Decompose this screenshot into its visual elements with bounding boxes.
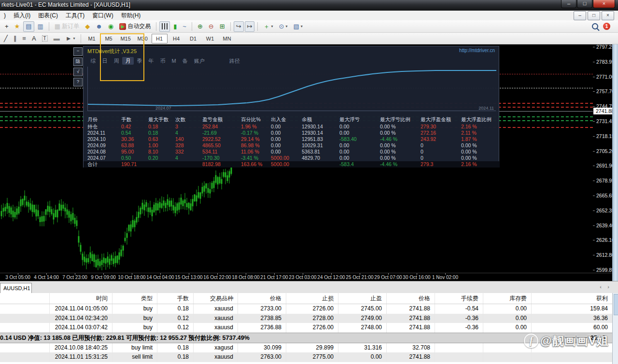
chart-tab-bar: AUUSD,H1 ‹ › [0,281,618,294]
menu-item[interactable]: 插入(I) [10,11,34,20]
watermark: f @靓画画V姐 [524,333,608,349]
line-tool-button[interactable]: ╱ [1,33,10,44]
pending-order-row[interactable]: 2024.11.01 15:31:25sell limit0.18xauusd2… [0,352,612,362]
candle-chart-button[interactable]: ▮ [171,21,179,32]
cursor-button[interactable]: ★ [12,21,23,32]
price-tick [593,255,595,255]
stats-header-row: 月份手数最大手数次数盈亏金额百分比%出入金余额最大浮亏最大浮亏比例最大浮盈金额最… [87,116,500,123]
channel-tool-button[interactable]: ∥ [11,33,19,44]
panel-tab-综[interactable]: 综 [87,57,99,65]
menu-item[interactable]: ) [0,11,10,20]
indicator-list-button[interactable]: ◆ [83,21,92,32]
menu-item[interactable]: 工具(T) [62,11,88,20]
channel-icon: ∥ [14,34,17,43]
panel-tab-路径[interactable]: 路径 [226,57,243,65]
time-axis[interactable]: 3 Oct 05:004 Oct 14:007 Oct 23:009 Oct 0… [0,273,612,281]
child-minimize-button[interactable]: – [574,11,586,20]
trade-table-header[interactable]: 时间类型手数交易品种价格止损止盈价格手续费库存费获利 [0,293,612,304]
child-restore-button[interactable]: □ [588,11,600,20]
panel-side-button-0[interactable]: − [73,47,83,56]
profiles-button[interactable]: ☻ [93,21,105,32]
minimize-button[interactable]: – [561,0,576,8]
shapes-tool-button[interactable]: ▬ [51,33,62,44]
trade-row[interactable]: 2024.11.04 03:07:42buy0.12xauusd2736.882… [0,323,612,333]
toolbar-separator [192,22,192,31]
template-icon: ▧ [293,22,299,31]
panel-side-button-2[interactable]: √ [73,68,83,76]
price-tick [593,225,595,226]
zoom-out-button[interactable]: ⊖ [206,21,216,32]
window-title: rkets-Live01 - EC Markets Limited - [XAU… [1,0,130,10]
price-axis[interactable]: 2797.252783.952771.002757.702744.752731.… [593,44,612,281]
signals-button[interactable]: ◉ [106,21,116,32]
panel-tab-M[interactable]: M [169,57,179,65]
tab-scroll-right-icon[interactable]: › [607,284,609,290]
pending-order-row[interactable]: 2024.10.08 18:40:25buy limit0.18xagusd30… [0,343,612,353]
stats-row: 2024.110.540.184-21.69-0.17 %0.0012930.1… [87,130,500,136]
panel-tab-备[interactable]: 备 [179,57,191,65]
zoom-in-button[interactable]: ⊕ [195,21,205,32]
trade-row[interactable]: 2024.11.04 01:05:00buy0.18xauusd2733.002… [0,304,612,314]
chart-area[interactable]: MTDriver统计 ,V3.25 http://mtdriver.cn 综日周… [0,44,593,273]
close-button[interactable]: × [593,0,615,8]
autotrading-button[interactable]: ▶自动交易 [117,21,153,32]
panel-tab-币[interactable]: 币 [157,57,169,65]
tab-scroll-left-icon[interactable]: ‹ [600,284,602,290]
terminal-scrollbar[interactable] [612,293,618,364]
indicators-button[interactable]: ＋▾ [261,21,275,32]
trade-row[interactable]: 2024.11.04 02:34:20buy0.12xauusd2738.852… [0,314,612,323]
timeframe-m1-button[interactable]: M1 [84,34,100,43]
timeframe-h1-button[interactable]: H1 [152,34,168,43]
crosshair-icon: + [5,22,9,31]
time-axis-label: 24 Oct 12:00 [317,275,345,280]
timeframe-d1-button[interactable]: D1 [185,34,201,43]
menu-item[interactable]: 帮助(H) [117,11,145,20]
price-tick [593,166,595,166]
tile-windows-icon: ⊞ [220,22,225,31]
auto-scroll-button[interactable]: ↪ [234,21,244,32]
panel-side-button-1[interactable]: 隐 [73,57,83,66]
timeframe-h4-button[interactable]: H4 [169,34,184,43]
periods-button[interactable]: ⊙▾ [276,21,290,32]
new-order-button-label: 新订单 [62,22,79,30]
navigator-button[interactable]: ▥ [35,21,46,32]
watermark-handle: @靓画画V姐 [540,333,608,349]
price-axis-label: 2691.90 [596,163,612,168]
child-close-button[interactable]: × [602,11,614,20]
panel-url[interactable]: http://mtdriver.cn [459,48,495,53]
zoom-out-icon: ⊖ [209,22,214,31]
chart-tab-xauusd-h1[interactable]: AUUSD,H1 [0,283,32,293]
templates-button[interactable]: ▧▾ [291,21,305,32]
line-chart-button[interactable]: ~ [180,21,189,32]
market-watch-button[interactable]: ▤ [23,21,34,32]
arrows-tool-button[interactable]: ►▾ [63,33,78,44]
price-axis-label: 2599.85 [596,267,612,273]
tile-windows-button[interactable]: ⊞ [217,21,227,32]
current-price-box: 2741.88 [593,108,612,114]
timeframe-w1-button[interactable]: W1 [202,34,218,43]
mtdriver-panel[interactable]: MTDriver统计 ,V3.25 http://mtdriver.cn 综日周… [83,46,499,168]
price-axis-label: 2731.45 [596,118,612,124]
chart-shift-button[interactable]: ↦ [245,21,255,32]
navigator-icon: ▥ [38,22,43,31]
toolbar-separator [257,22,258,31]
panel-side-button-3[interactable]: ? [73,78,83,86]
panel-tab-年[interactable]: 年 [145,57,157,65]
menu-item[interactable]: 图表(C) [34,11,62,20]
maximize-button[interactable]: □ [577,0,592,8]
time-axis-label: 7 Oct 23:00 [62,275,87,280]
notification-badge[interactable]: 1 [603,23,610,30]
scrollbar-thumb[interactable] [614,294,618,315]
new-order-button[interactable]: ▦新订单 [52,21,82,32]
crosshair-button[interactable]: + [2,21,11,32]
fibonacci-tool-button[interactable]: ≡ [20,33,28,44]
panel-tab-账户[interactable]: 账户 [191,57,208,65]
account-status-text: 0.14 USD 净值: 13 185.08 已用预付款: 229.81 可用预… [0,335,250,341]
bar-chart-button[interactable] [159,21,170,32]
timeframe-mn-button[interactable]: MN [219,34,235,43]
label-tool-button[interactable]: T [40,33,50,44]
search-icon[interactable] [592,23,598,29]
time-axis-label: 30 Oct 16:00 [403,275,430,280]
text-tool-button[interactable]: A [29,33,39,44]
menu-item[interactable]: 窗口(W) [88,11,117,20]
